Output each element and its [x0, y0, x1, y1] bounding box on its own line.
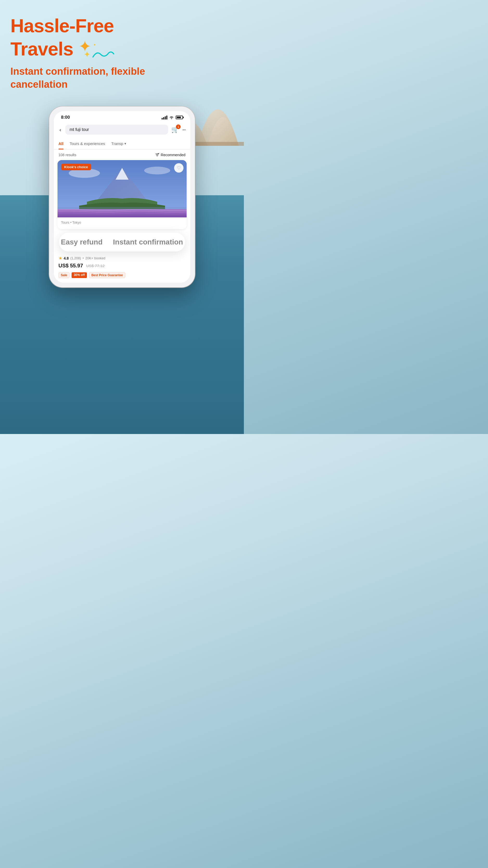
status-time: 8:00	[61, 115, 70, 120]
status-bar: 8:00	[54, 111, 190, 122]
card-body: Tours • Tokyo	[58, 217, 187, 229]
svg-point-1	[171, 119, 172, 119]
back-button[interactable]: ‹	[59, 126, 62, 134]
heart-icon: ♡	[177, 165, 181, 171]
card-image: Klook's choice ♡	[58, 160, 187, 217]
title-text-line2: Travels	[10, 38, 73, 59]
chevron-down-icon: ▾	[124, 142, 126, 146]
small-star-row: ✦	[78, 49, 115, 60]
results-count: 108 results	[59, 153, 76, 157]
hero-title-line1: Hassle-Free	[10, 16, 233, 36]
tab-tours[interactable]: Tours & experiences	[70, 138, 105, 149]
squiggle-icon	[92, 49, 115, 60]
discount-badge: 30% off	[72, 272, 87, 278]
hero-section: Hassle-Free Travels ✦ ● ✦	[0, 0, 244, 96]
tab-all[interactable]: All	[59, 138, 64, 149]
content-layer: Hassle-Free Travels ✦ ● ✦	[0, 0, 244, 287]
wishlist-button[interactable]: ♡	[174, 163, 184, 173]
search-input-display[interactable]: mt fuji tour	[65, 125, 168, 134]
wifi-icon	[169, 116, 174, 119]
sort-label: Recommended	[161, 153, 186, 157]
title-text-line1: Hassle-Free	[10, 16, 114, 36]
tab-transport-label: Transp	[111, 142, 123, 146]
decorative-container: ✦ ● ✦	[78, 39, 115, 60]
phone-inner: 8:00	[54, 111, 190, 283]
battery-icon	[176, 116, 183, 119]
rating-count: (1,208)	[70, 256, 81, 260]
signal-icon	[162, 116, 167, 120]
rating-row: ★ 4.8 (1,208) • 20K+ booked	[54, 251, 190, 263]
dot-icon: ●	[93, 42, 96, 46]
price-row: US$ 55.97 US$ 77.12	[54, 263, 190, 272]
klook-choice-badge: Klook's choice	[61, 164, 91, 170]
hero-title-line2: Travels	[10, 39, 73, 59]
status-icons	[162, 116, 183, 120]
feature-pills-strip: Easy refund Instant confirmation	[59, 233, 185, 251]
original-price: US$ 77.12	[86, 264, 105, 268]
results-row: 108 results Recommended	[54, 150, 190, 160]
sort-button[interactable]: Recommended	[155, 153, 186, 157]
badges-row: Sale 30% off Best Price Guarantee	[54, 272, 190, 283]
svg-point-4	[144, 166, 170, 175]
cart-button[interactable]: 🛒 1	[171, 126, 179, 133]
product-card[interactable]: Klook's choice ♡ Tours • Tokyo	[58, 160, 187, 229]
current-price: US$ 55.97	[59, 263, 83, 269]
hero-subtitle: Instant confirmation, flexible cancellat…	[10, 65, 154, 91]
booked-text: 20K+ booked	[85, 256, 105, 260]
feature-pill-refund: Easy refund	[61, 238, 102, 246]
tab-all-label: All	[59, 142, 64, 146]
card-category: Tours • Tokyo	[61, 220, 183, 224]
star-small-icon: ✦	[84, 50, 91, 59]
page-container: Hassle-Free Travels ✦ ● ✦	[0, 0, 244, 434]
more-button[interactable]: ···	[182, 126, 185, 133]
booked-count: •	[83, 256, 84, 260]
hero-title-row: Travels ✦ ● ✦	[10, 39, 233, 62]
cart-badge: 1	[176, 124, 181, 129]
search-area: ‹ mt fuji tour 🛒 1 ···	[54, 122, 190, 138]
phone-frame: 8:00	[49, 106, 195, 287]
battery-fill	[177, 117, 181, 118]
phone-wrapper: 8:00	[0, 106, 244, 287]
sort-icon	[155, 153, 159, 157]
star-rating-icon: ★	[59, 256, 62, 260]
price-guarantee-badge: Best Price Guarantee	[89, 272, 125, 278]
tab-tours-label: Tours & experiences	[70, 142, 105, 146]
feature-pill-confirmation: Instant confirmation	[113, 238, 183, 246]
tabs-row: All Tours & experiences Transp ▾	[54, 138, 190, 150]
rating-value: 4.8	[64, 256, 69, 260]
tab-transport[interactable]: Transp ▾	[111, 138, 126, 149]
sale-badge: Sale	[59, 272, 70, 278]
